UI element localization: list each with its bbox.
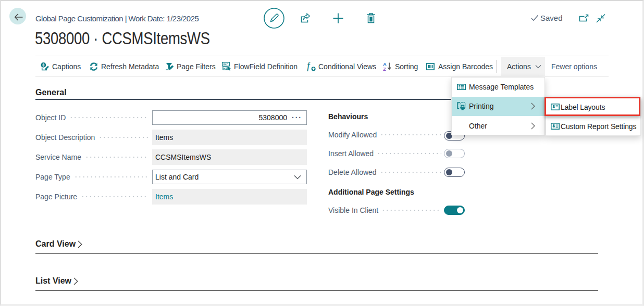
svg-text:f: f [307, 62, 311, 71]
svg-text:Z: Z [383, 66, 386, 71]
